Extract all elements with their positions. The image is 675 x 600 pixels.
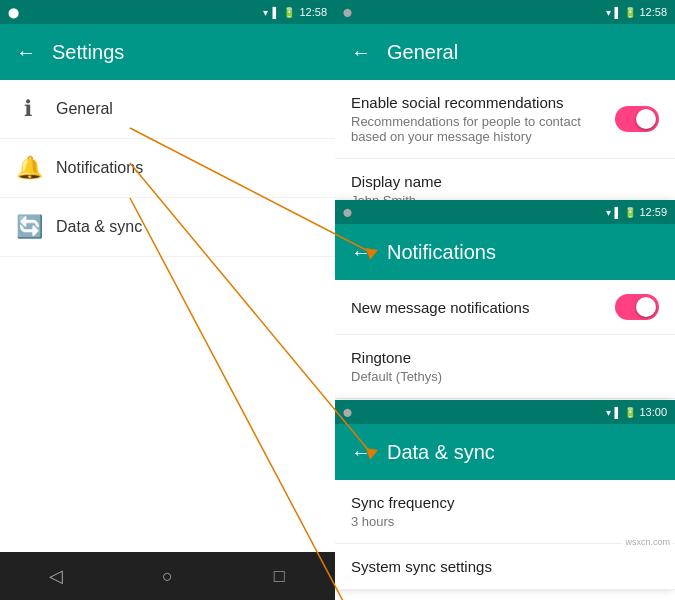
wifi-icon: ▾	[263, 7, 268, 18]
left-toolbar: ← Settings	[0, 24, 335, 80]
left-status-right: ▾ ▌ 🔋 12:58	[263, 6, 327, 18]
nav-item-general[interactable]: ℹ General	[0, 80, 335, 139]
datasync-panel: ⬤ ▾ ▌ 🔋 13:00 ← Data & sync Sync frequen…	[335, 400, 675, 590]
social-rec-toggle[interactable]	[615, 106, 659, 132]
social-rec-subtitle: Recommendations for people to contact ba…	[351, 114, 603, 144]
notifications-icon: 🔔	[16, 155, 40, 181]
social-recommendations-item: Enable social recommendations Recommenda…	[335, 80, 675, 159]
system-sync-title: System sync settings	[351, 558, 659, 575]
notif-signal-icon: ▌	[614, 207, 621, 218]
social-rec-row: Enable social recommendations Recommenda…	[351, 94, 659, 144]
datasync-wifi-icon: ▾	[606, 407, 611, 418]
general-battery-icon: 🔋	[624, 7, 636, 18]
datasync-panel-title: Data & sync	[387, 441, 495, 464]
social-rec-title: Enable social recommendations	[351, 94, 603, 111]
battery-icon: 🔋	[283, 7, 295, 18]
right-panel: ⬤ ▾ ▌ 🔋 12:58 ← General Enable social re…	[335, 0, 675, 600]
ringtone-item[interactable]: Ringtone Default (Tethys)	[335, 335, 675, 399]
notif-wifi-icon: ▾	[606, 207, 611, 218]
nav-list: ℹ General 🔔 Notifications 🔄 Data & sync	[0, 80, 335, 552]
notifications-toolbar: ← Notifications	[335, 224, 675, 280]
notif-battery-icon: 🔋	[624, 207, 636, 218]
sync-frequency-title: Sync frequency	[351, 494, 659, 511]
new-message-notif-title: New message notifications	[351, 299, 615, 316]
bottom-navigation: ◁ ○ □	[0, 552, 335, 600]
nav-label-notifications: Notifications	[56, 159, 143, 177]
general-time: 12:58	[639, 6, 667, 18]
new-message-notif-toggle[interactable]	[615, 294, 659, 320]
recent-button[interactable]: □	[259, 566, 299, 587]
system-sync-settings-item[interactable]: System sync settings	[335, 544, 675, 590]
left-panel: ⬤ ▾ ▌ 🔋 12:58 ← Settings ℹ General 🔔 Not…	[0, 0, 335, 600]
left-status-bar: ⬤ ▾ ▌ 🔋 12:58	[0, 0, 335, 24]
new-message-notif-text: New message notifications	[351, 299, 615, 316]
notifications-status-bar: ⬤ ▾ ▌ 🔋 12:59	[335, 200, 675, 224]
display-name-title: Display name	[351, 173, 659, 190]
left-back-button[interactable]: ←	[16, 41, 36, 64]
new-message-notif-item: New message notifications	[335, 280, 675, 335]
left-status-left: ⬤	[8, 7, 19, 18]
datasync-toolbar: ← Data & sync	[335, 424, 675, 480]
datasync-battery-icon: 🔋	[624, 407, 636, 418]
general-toolbar: ← General	[335, 24, 675, 80]
panel-stack: ⬤ ▾ ▌ 🔋 12:58 ← General Enable social re…	[335, 0, 675, 600]
nav-item-notifications[interactable]: 🔔 Notifications	[0, 139, 335, 198]
notifications-time: 12:59	[639, 206, 667, 218]
datasync-back-button[interactable]: ←	[351, 441, 371, 464]
back-button[interactable]: ◁	[36, 565, 76, 587]
general-status-bar: ⬤ ▾ ▌ 🔋 12:58	[335, 0, 675, 24]
social-rec-text: Enable social recommendations Recommenda…	[351, 94, 615, 144]
notifications-back-button[interactable]: ←	[351, 241, 371, 264]
nav-label-datasync: Data & sync	[56, 218, 142, 236]
general-signal-icon: ▌	[614, 7, 621, 18]
general-panel: ⬤ ▾ ▌ 🔋 12:58 ← General Enable social re…	[335, 0, 675, 223]
general-icon: ℹ	[16, 96, 40, 122]
sync-frequency-value: 3 hours	[351, 514, 659, 529]
general-back-button[interactable]: ←	[351, 41, 371, 64]
new-message-notif-row: New message notifications	[351, 294, 659, 320]
datasync-signal-icon: ▌	[614, 407, 621, 418]
datasync-icon: 🔄	[16, 214, 40, 240]
signal-icon: ▌	[272, 7, 279, 18]
left-toolbar-title: Settings	[52, 41, 124, 64]
ringtone-title: Ringtone	[351, 349, 659, 366]
notifications-panel-title: Notifications	[387, 241, 496, 264]
watermark: wsxcn.com	[622, 536, 673, 548]
nav-label-general: General	[56, 100, 113, 118]
ringtone-value: Default (Tethys)	[351, 369, 659, 384]
general-wifi-icon: ▾	[606, 7, 611, 18]
nav-item-datasync[interactable]: 🔄 Data & sync	[0, 198, 335, 257]
left-time: 12:58	[299, 6, 327, 18]
home-button[interactable]: ○	[147, 566, 187, 587]
datasync-time: 13:00	[639, 406, 667, 418]
datasync-status-bar: ⬤ ▾ ▌ 🔋 13:00	[335, 400, 675, 424]
sync-frequency-item[interactable]: Sync frequency 3 hours	[335, 480, 675, 544]
camera-indicator-icon: ⬤	[8, 7, 19, 18]
general-panel-title: General	[387, 41, 458, 64]
